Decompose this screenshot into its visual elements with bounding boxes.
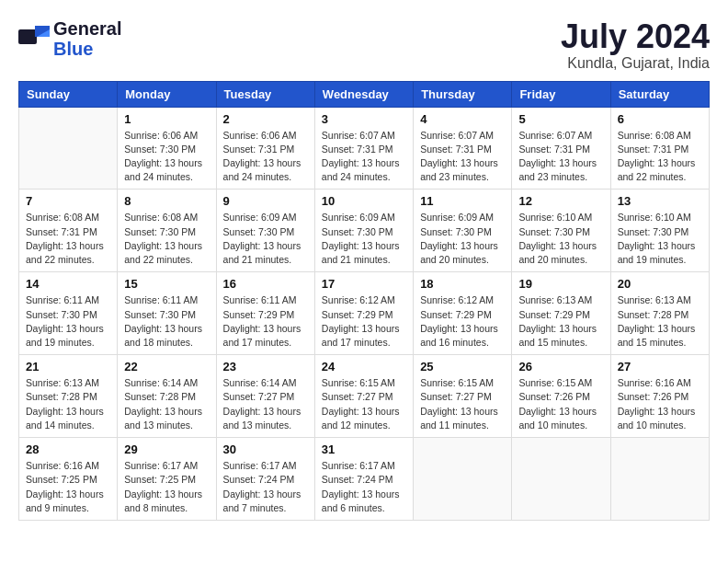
day-number: 25	[420, 360, 505, 373]
day-number: 3	[322, 112, 406, 126]
day-info: Sunrise: 6:09 AM Sunset: 7:30 PM Dayligh…	[223, 211, 308, 267]
weekday-header: Sunday	[19, 81, 118, 107]
calendar-week-row: 1Sunrise: 6:06 AM Sunset: 7:30 PM Daylig…	[19, 107, 710, 190]
calendar-cell: 12Sunrise: 6:10 AM Sunset: 7:30 PM Dayli…	[512, 190, 610, 272]
day-info: Sunrise: 6:14 AM Sunset: 7:27 PM Dayligh…	[223, 376, 308, 432]
day-info: Sunrise: 6:08 AM Sunset: 7:31 PM Dayligh…	[618, 129, 702, 185]
calendar-cell: 17Sunrise: 6:12 AM Sunset: 7:29 PM Dayli…	[314, 272, 413, 355]
calendar-cell: 20Sunrise: 6:13 AM Sunset: 7:28 PM Dayli…	[610, 272, 709, 355]
day-number: 27	[618, 360, 702, 373]
calendar-cell: 13Sunrise: 6:10 AM Sunset: 7:30 PM Dayli…	[610, 190, 709, 272]
day-number: 22	[124, 360, 209, 373]
calendar-cell: 2Sunrise: 6:06 AM Sunset: 7:31 PM Daylig…	[216, 107, 314, 190]
day-info: Sunrise: 6:13 AM Sunset: 7:29 PM Dayligh…	[518, 293, 603, 350]
logo: General Blue	[18, 18, 121, 59]
day-number: 15	[124, 277, 209, 291]
day-number: 5	[518, 112, 603, 126]
weekday-header: Friday	[512, 81, 610, 107]
day-number: 11	[420, 194, 505, 208]
month-year-title: July 2024	[561, 18, 710, 55]
calendar-cell: 9Sunrise: 6:09 AM Sunset: 7:30 PM Daylig…	[216, 190, 314, 272]
day-number: 2	[223, 112, 308, 126]
weekday-header: Wednesday	[314, 81, 413, 107]
day-number: 28	[26, 442, 110, 456]
day-number: 21	[26, 360, 110, 373]
day-number: 7	[26, 194, 110, 208]
day-number: 9	[223, 194, 308, 208]
day-number: 18	[420, 277, 505, 291]
calendar-cell	[414, 438, 512, 521]
weekday-header: Thursday	[414, 81, 512, 107]
calendar-header-row: SundayMondayTuesdayWednesdayThursdayFrid…	[19, 81, 710, 107]
day-info: Sunrise: 6:16 AM Sunset: 7:26 PM Dayligh…	[618, 376, 702, 432]
day-info: Sunrise: 6:10 AM Sunset: 7:30 PM Dayligh…	[618, 211, 702, 267]
calendar-cell	[512, 438, 610, 521]
title-section: July 2024 Kundla, Gujarat, India	[561, 18, 710, 72]
day-number: 17	[322, 277, 406, 291]
page-header: General Blue July 2024 Kundla, Gujarat, …	[18, 18, 710, 72]
day-info: Sunrise: 6:10 AM Sunset: 7:30 PM Dayligh…	[518, 211, 603, 267]
day-info: Sunrise: 6:08 AM Sunset: 7:30 PM Dayligh…	[124, 211, 209, 267]
calendar-cell: 16Sunrise: 6:11 AM Sunset: 7:29 PM Dayli…	[216, 272, 314, 355]
day-info: Sunrise: 6:12 AM Sunset: 7:29 PM Dayligh…	[322, 293, 406, 350]
calendar-cell: 19Sunrise: 6:13 AM Sunset: 7:29 PM Dayli…	[512, 272, 610, 355]
day-info: Sunrise: 6:08 AM Sunset: 7:31 PM Dayligh…	[26, 211, 110, 267]
calendar-cell: 5Sunrise: 6:07 AM Sunset: 7:31 PM Daylig…	[512, 107, 610, 190]
day-info: Sunrise: 6:15 AM Sunset: 7:27 PM Dayligh…	[322, 376, 406, 432]
day-number: 13	[618, 194, 702, 208]
day-info: Sunrise: 6:11 AM Sunset: 7:30 PM Dayligh…	[124, 293, 209, 350]
logo-general-text: General	[53, 18, 121, 39]
day-info: Sunrise: 6:07 AM Sunset: 7:31 PM Dayligh…	[420, 129, 505, 185]
calendar-cell: 8Sunrise: 6:08 AM Sunset: 7:30 PM Daylig…	[118, 190, 216, 272]
calendar-cell: 4Sunrise: 6:07 AM Sunset: 7:31 PM Daylig…	[414, 107, 512, 190]
day-info: Sunrise: 6:09 AM Sunset: 7:30 PM Dayligh…	[420, 211, 505, 267]
day-number: 29	[124, 442, 209, 456]
calendar-cell: 30Sunrise: 6:17 AM Sunset: 7:24 PM Dayli…	[216, 438, 314, 521]
calendar-cell: 28Sunrise: 6:16 AM Sunset: 7:25 PM Dayli…	[19, 438, 118, 521]
day-number: 31	[322, 442, 406, 456]
day-number: 23	[223, 360, 308, 373]
calendar-cell: 22Sunrise: 6:14 AM Sunset: 7:28 PM Dayli…	[118, 355, 216, 438]
day-number: 24	[322, 360, 406, 373]
day-number: 20	[618, 277, 702, 291]
day-number: 8	[124, 194, 209, 208]
day-info: Sunrise: 6:17 AM Sunset: 7:24 PM Dayligh…	[223, 459, 308, 515]
weekday-header: Monday	[118, 81, 216, 107]
calendar-cell	[610, 438, 709, 521]
calendar-week-row: 28Sunrise: 6:16 AM Sunset: 7:25 PM Dayli…	[19, 438, 710, 521]
day-info: Sunrise: 6:15 AM Sunset: 7:27 PM Dayligh…	[420, 376, 505, 432]
calendar-cell: 27Sunrise: 6:16 AM Sunset: 7:26 PM Dayli…	[610, 355, 709, 438]
calendar-cell: 11Sunrise: 6:09 AM Sunset: 7:30 PM Dayli…	[414, 190, 512, 272]
weekday-header: Saturday	[610, 81, 709, 107]
day-info: Sunrise: 6:07 AM Sunset: 7:31 PM Dayligh…	[518, 129, 603, 185]
logo-icon	[18, 24, 50, 53]
day-number: 14	[26, 277, 110, 291]
logo-blue-text: Blue	[53, 39, 121, 59]
calendar-cell: 10Sunrise: 6:09 AM Sunset: 7:30 PM Dayli…	[314, 190, 413, 272]
calendar-week-row: 21Sunrise: 6:13 AM Sunset: 7:28 PM Dayli…	[19, 355, 710, 438]
calendar-table: SundayMondayTuesdayWednesdayThursdayFrid…	[18, 81, 710, 521]
day-info: Sunrise: 6:06 AM Sunset: 7:31 PM Dayligh…	[223, 129, 308, 185]
day-number: 30	[223, 442, 308, 456]
day-number: 6	[618, 112, 702, 126]
day-number: 26	[518, 360, 603, 373]
day-number: 4	[420, 112, 505, 126]
calendar-cell: 3Sunrise: 6:07 AM Sunset: 7:31 PM Daylig…	[314, 107, 413, 190]
calendar-cell: 1Sunrise: 6:06 AM Sunset: 7:30 PM Daylig…	[118, 107, 216, 190]
calendar-cell: 31Sunrise: 6:17 AM Sunset: 7:24 PM Dayli…	[314, 438, 413, 521]
day-number: 16	[223, 277, 308, 291]
svg-rect-0	[18, 29, 37, 44]
calendar-cell: 7Sunrise: 6:08 AM Sunset: 7:31 PM Daylig…	[19, 190, 118, 272]
calendar-cell: 29Sunrise: 6:17 AM Sunset: 7:25 PM Dayli…	[118, 438, 216, 521]
day-info: Sunrise: 6:07 AM Sunset: 7:31 PM Dayligh…	[322, 129, 406, 185]
day-info: Sunrise: 6:13 AM Sunset: 7:28 PM Dayligh…	[26, 376, 110, 432]
calendar-cell	[19, 107, 118, 190]
calendar-week-row: 7Sunrise: 6:08 AM Sunset: 7:31 PM Daylig…	[19, 190, 710, 272]
day-info: Sunrise: 6:13 AM Sunset: 7:28 PM Dayligh…	[618, 293, 702, 350]
day-info: Sunrise: 6:11 AM Sunset: 7:29 PM Dayligh…	[223, 293, 308, 350]
calendar-cell: 14Sunrise: 6:11 AM Sunset: 7:30 PM Dayli…	[19, 272, 118, 355]
day-info: Sunrise: 6:16 AM Sunset: 7:25 PM Dayligh…	[26, 459, 110, 515]
calendar-cell: 24Sunrise: 6:15 AM Sunset: 7:27 PM Dayli…	[314, 355, 413, 438]
calendar-cell: 26Sunrise: 6:15 AM Sunset: 7:26 PM Dayli…	[512, 355, 610, 438]
calendar-cell: 23Sunrise: 6:14 AM Sunset: 7:27 PM Dayli…	[216, 355, 314, 438]
